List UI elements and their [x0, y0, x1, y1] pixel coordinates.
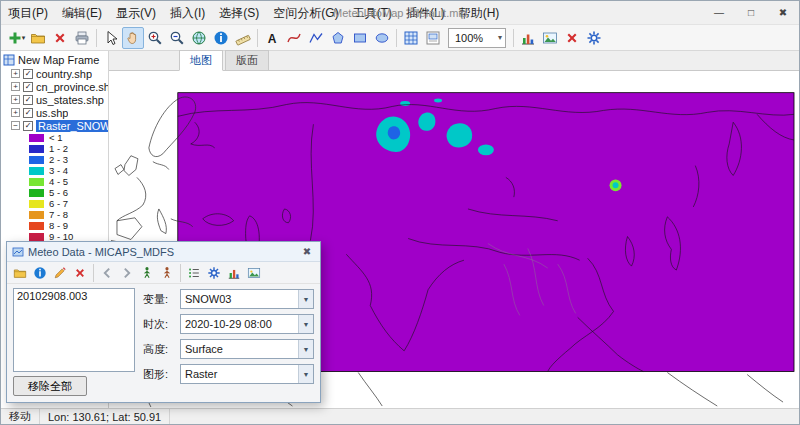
- chart-data-button[interactable]: [224, 263, 244, 283]
- expand-icon[interactable]: +: [11, 82, 20, 91]
- data-file-list[interactable]: 20102908.003: [13, 288, 135, 372]
- layer-checkbox[interactable]: ✓: [23, 121, 33, 131]
- layer-item[interactable]: −✓Raster_SNOW03_Surfa: [3, 119, 108, 132]
- menu-item[interactable]: 帮助(H): [452, 1, 507, 25]
- field-label: 变量:: [143, 292, 175, 307]
- layer-checkbox[interactable]: ✓: [23, 95, 33, 105]
- maximize-button[interactable]: □: [735, 1, 767, 25]
- layer-name: country.shp: [36, 68, 92, 80]
- layout-view-button[interactable]: [422, 27, 444, 49]
- full-extent-button[interactable]: [188, 27, 210, 49]
- identify-button[interactable]: [210, 27, 232, 49]
- menu-item[interactable]: 项目(P): [1, 1, 55, 25]
- zoom-combobox[interactable]: 100% ▾: [448, 28, 506, 48]
- stop-animation-button[interactable]: [157, 263, 177, 283]
- data-options: 变量:SNOW03▼时次:2020-10-29 08:00▼高度:Surface…: [143, 288, 314, 396]
- tab-layout[interactable]: 版面: [225, 50, 269, 70]
- layer-checkbox[interactable]: ✓: [23, 82, 33, 92]
- layer-checkbox[interactable]: ✓: [23, 108, 33, 118]
- map-frame-root[interactable]: New Map Frame: [3, 53, 108, 67]
- remove-data-button[interactable]: [70, 263, 90, 283]
- field-label: 时次:: [143, 317, 175, 332]
- legend-item: 6 - 7: [3, 199, 108, 209]
- print-button[interactable]: [71, 27, 93, 49]
- data-list-button[interactable]: [184, 263, 204, 283]
- menu-item[interactable]: 工具(T): [346, 1, 399, 25]
- map-view-button[interactable]: [400, 27, 422, 49]
- field-value: Surface: [185, 343, 223, 355]
- next-step-button[interactable]: [117, 263, 137, 283]
- measure-button[interactable]: [232, 27, 254, 49]
- legend-swatch: [29, 156, 44, 164]
- remove-all-button[interactable]: 移除全部: [13, 376, 87, 396]
- legend-item: 4 - 5: [3, 177, 108, 187]
- remove-layer-button[interactable]: [49, 27, 71, 49]
- add-layer-button[interactable]: ▾: [5, 27, 27, 49]
- layer-item[interactable]: +✓us.shp: [3, 106, 108, 119]
- layer-item[interactable]: +✓country.shp: [3, 67, 108, 80]
- field-value: 2020-10-29 08:00: [185, 318, 272, 330]
- polygon-button[interactable]: [327, 27, 349, 49]
- layer-item[interactable]: +✓cn_province.shp: [3, 80, 108, 93]
- previous-step-button[interactable]: [97, 263, 117, 283]
- layer-item[interactable]: +✓us_states.shp: [3, 93, 108, 106]
- field-combobox[interactable]: SNOW03▼: [180, 289, 314, 309]
- expand-icon[interactable]: +: [11, 69, 20, 78]
- chevron-down-icon: ▾: [498, 33, 502, 42]
- expand-icon[interactable]: +: [11, 108, 20, 117]
- menu-item[interactable]: 插入(I): [163, 1, 212, 25]
- menu-item[interactable]: 编辑(E): [55, 1, 109, 25]
- zoom-value: 100%: [455, 32, 483, 44]
- dialog-body: 20102908.003 移除全部 变量:SNOW03▼时次:2020-10-2…: [7, 284, 320, 402]
- field-combobox[interactable]: Surface▼: [180, 339, 314, 359]
- menu-item[interactable]: 选择(S): [212, 1, 266, 25]
- menu-item[interactable]: 空间分析(G): [266, 1, 345, 25]
- zoom-in-button[interactable]: [144, 27, 166, 49]
- chart-button[interactable]: [517, 27, 539, 49]
- layer-checkbox[interactable]: ✓: [23, 69, 33, 79]
- minimize-button[interactable]: —: [703, 1, 735, 25]
- layer-list: +✓country.shp+✓cn_province.shp+✓us_state…: [3, 67, 108, 253]
- collapse-icon[interactable]: −: [11, 121, 20, 130]
- field-combobox[interactable]: 2020-10-29 08:00▼: [180, 314, 314, 334]
- settings-button[interactable]: [583, 27, 605, 49]
- menu-item[interactable]: 显示(V): [109, 1, 163, 25]
- draw-data-button[interactable]: [50, 263, 70, 283]
- data-settings-button[interactable]: [204, 263, 224, 283]
- dialog-close-button[interactable]: ✖: [299, 246, 315, 257]
- image-data-button[interactable]: [244, 263, 264, 283]
- clear-graphics-button[interactable]: [561, 27, 583, 49]
- field-combobox[interactable]: Raster▼: [180, 364, 314, 384]
- legend-item: 1 - 2: [3, 144, 108, 154]
- image-button[interactable]: [539, 27, 561, 49]
- legend-swatch: [29, 189, 44, 197]
- dialog-titlebar[interactable]: Meteo Data - MICAPS_MDFS ✖: [7, 242, 320, 262]
- menubar: 项目(P)编辑(E)显示(V)插入(I)选择(S)空间分析(G)工具(T)插件(…: [1, 1, 506, 25]
- polyline-button[interactable]: [305, 27, 327, 49]
- legend-label: 7 - 8: [49, 210, 68, 220]
- menu-item[interactable]: 插件(L): [399, 1, 452, 25]
- data-info-button[interactable]: [30, 263, 50, 283]
- select-button[interactable]: [100, 27, 122, 49]
- statusbar: 移动 Lon: 130.61; Lat: 50.91: [1, 408, 799, 424]
- status-mode: 移动: [1, 409, 40, 424]
- pan-button[interactable]: [122, 27, 144, 49]
- curve-button[interactable]: [283, 27, 305, 49]
- rectangle-button[interactable]: [349, 27, 371, 49]
- tab-map[interactable]: 地图: [179, 50, 223, 71]
- expand-icon[interactable]: +: [11, 95, 20, 104]
- ellipse-button[interactable]: [371, 27, 393, 49]
- dialog-icon: [12, 246, 24, 258]
- open-data-button[interactable]: [10, 263, 30, 283]
- run-animation-button[interactable]: [137, 263, 157, 283]
- open-file-button[interactable]: [27, 27, 49, 49]
- toolbar-separator: [257, 29, 258, 47]
- toolbar-separator: [513, 29, 514, 47]
- zoom-out-button[interactable]: [166, 27, 188, 49]
- close-button[interactable]: ✖: [767, 1, 799, 25]
- data-file-item[interactable]: 20102908.003: [14, 289, 134, 303]
- chevron-down-icon: ▼: [298, 365, 313, 383]
- legend-label: 6 - 7: [49, 199, 68, 209]
- text-button[interactable]: A: [261, 27, 283, 49]
- toolbar-separator: [96, 29, 97, 47]
